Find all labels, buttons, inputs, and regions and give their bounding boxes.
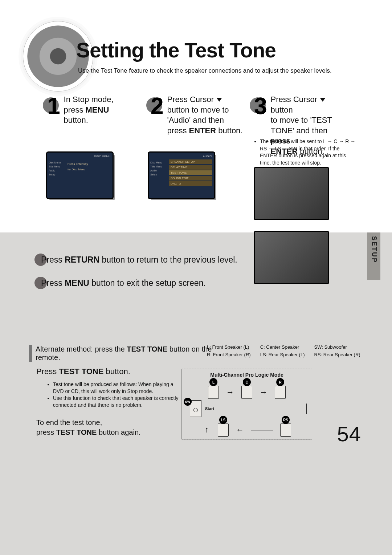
tv-screenshot-2: AUDIO Disc Menu Title Menu Audio Setup S…	[149, 153, 214, 198]
diagram-title: Multi-Channel Pro Logic Mode	[187, 372, 307, 378]
alt-method-b: TEST TONE	[127, 345, 167, 353]
step-2-line4c: button.	[216, 126, 242, 135]
tv2-header: AUDIO	[151, 155, 212, 158]
step-3-number: 3	[254, 94, 269, 118]
section-tab-label: SETUP	[370, 236, 378, 263]
step-2-digit: 2	[151, 93, 164, 119]
legend-r: R: Front Speaker (R)	[207, 352, 251, 357]
arrow-up-icon: →	[203, 426, 211, 434]
legend-c: C: Center Speaker	[260, 344, 305, 350]
label-l: L	[209, 378, 217, 386]
test-bullet-0: Test tone will be produced as follows: W…	[53, 381, 185, 395]
page-title: Setting the Test Tone	[76, 38, 276, 62]
tv1-content: Press Enter key for Disc Menu	[68, 162, 110, 171]
speaker-sw: SW	[190, 400, 201, 417]
speaker-ls: LS	[218, 424, 229, 437]
return-c: button to return to the previous level.	[99, 255, 237, 264]
page-subtitle: Use the Test Tone feature to check the s…	[78, 67, 332, 74]
step-2-line4b: ENTER	[189, 126, 216, 135]
cursor-down-icon	[320, 98, 325, 102]
tv1-side-0: Disc Menu	[49, 161, 65, 164]
tv2-item-3: SOUND EDIT	[169, 176, 212, 181]
arrow-right-icon: →	[260, 388, 268, 396]
menu-a: Press	[41, 278, 65, 288]
tv2-side-1: Title Menu	[150, 165, 166, 168]
start-label: Start	[205, 406, 214, 411]
legend-rs: RS: Rear Speaker (R)	[314, 352, 360, 357]
step-2-line4a: press	[167, 126, 189, 135]
menu-instruction: Press MENU button to exit the setup scre…	[34, 277, 270, 289]
step-2-number: 2	[151, 94, 165, 118]
tv1-header: DISC MENU	[49, 155, 110, 158]
step-2-text: Press Cursor button to move to 'Audio' a…	[167, 94, 243, 136]
arrow-right-icon: →	[226, 388, 234, 396]
tv1-line-0: Press Enter key	[68, 162, 110, 166]
tv2-item-4: DRC : 2	[169, 181, 212, 186]
tv2-side-3: Setup	[150, 173, 166, 176]
end-test-tone: To end the test tone, press TEST TONE bu…	[36, 418, 141, 437]
step-1-digit: 1	[47, 93, 60, 119]
tv2-item-0: SPEAKER SETUP	[169, 159, 212, 164]
end-test-l2a: press	[36, 428, 56, 436]
page-number: 54	[337, 422, 361, 446]
arrow-left-icon: ←	[236, 426, 244, 434]
tv1-side-2: Audio	[49, 169, 65, 172]
tv2-menu: SPEAKER SETUP DELAY TIME TEST TONE SOUND…	[169, 159, 212, 186]
return-a: Press	[41, 255, 65, 264]
tv-screenshot-1: DISC MENU Disc Menu Title Menu Audio Set…	[47, 153, 113, 198]
tv1-side-3: Setup	[49, 173, 65, 176]
step-2: 2 Press Cursor button to move to 'Audio'…	[151, 94, 243, 157]
return-b: RETURN	[65, 255, 99, 264]
step-2-line3: 'Audio' and then	[167, 116, 224, 125]
speaker-r: R	[275, 386, 286, 399]
legend-ls: LS: Rear Speaker (L)	[260, 352, 305, 357]
tv1-line-1: for Disc Menu	[68, 168, 110, 171]
tv2-side-2: Audio	[150, 169, 166, 172]
tv2-item-2: TEST TONE	[169, 170, 212, 175]
return-instruction: Press RETURN button to return to the pre…	[34, 254, 270, 266]
label-ls: LS	[219, 416, 227, 424]
press-test-c: button.	[103, 367, 130, 376]
step-1-line3: button.	[64, 116, 88, 125]
end-test-l2c: button again.	[97, 428, 140, 436]
tv-row: DISC MENU Disc Menu Title Menu Audio Set…	[47, 153, 214, 198]
step-2-line1: Press Cursor	[167, 95, 214, 104]
speaker-routing-diagram: Multi-Channel Pro Logic Mode L → C → R S…	[181, 369, 312, 439]
mid-bullets: Press RETURN button to return to the pre…	[34, 247, 270, 300]
test-tone-notes: Test tone will be produced as follows: W…	[47, 380, 185, 410]
tv2-sidebar: Disc Menu Title Menu Audio Setup	[150, 160, 166, 177]
alternate-method: Alternate method: press the TEST TONE bu…	[29, 345, 228, 362]
tv2-item-1: DELAY TIME	[169, 165, 212, 170]
step-3-line2: to move to 'TEST	[271, 116, 332, 125]
end-test-l1: To end the test tone,	[36, 418, 102, 426]
step-3-line1b: button	[271, 105, 293, 114]
arrow-down-icon	[306, 404, 307, 414]
press-test-b: TEST TONE	[59, 367, 103, 376]
step-1-number: 1	[47, 94, 62, 118]
end-test-l2b: TEST TONE	[56, 428, 97, 436]
press-test-a: Press	[36, 367, 59, 376]
menu-c: button to exit the setup screen.	[89, 278, 206, 288]
tv1-side-1: Title Menu	[49, 165, 65, 168]
step-1-line2b: MENU	[86, 105, 109, 114]
step-3-note-text: The test tone will be sent to L → C → R …	[260, 138, 356, 166]
step-1: 1 In Stop mode, press MENU button.	[47, 94, 140, 157]
step-2-line2: button to move to	[167, 105, 229, 114]
step-3-digit: 3	[254, 93, 267, 119]
step-1-text: In Stop mode, press MENU button.	[64, 94, 114, 126]
test-bullet-1: Use this function to check that each spe…	[53, 395, 185, 409]
label-r: R	[276, 378, 284, 386]
speaker-c: C	[241, 386, 252, 399]
cursor-down-icon	[217, 98, 222, 102]
label-rs: RS	[282, 416, 290, 424]
press-test-tone: Press TEST TONE button.	[36, 367, 130, 376]
label-sw: SW	[184, 398, 192, 406]
legend-sw: SW: Subwoofer	[314, 344, 360, 350]
speaker-legend: L: Front Speaker (L) C: Center Speaker S…	[207, 344, 360, 357]
legend-l: L: Front Speaker (L)	[207, 344, 251, 350]
sample-image-cheetah	[254, 167, 329, 220]
speaker-rs: RS	[280, 424, 291, 437]
tv2-side-0: Disc Menu	[150, 161, 166, 164]
manual-page: Setting the Test Tone Use the Test Tone …	[0, 0, 392, 555]
section-tab: SETUP	[367, 232, 380, 280]
